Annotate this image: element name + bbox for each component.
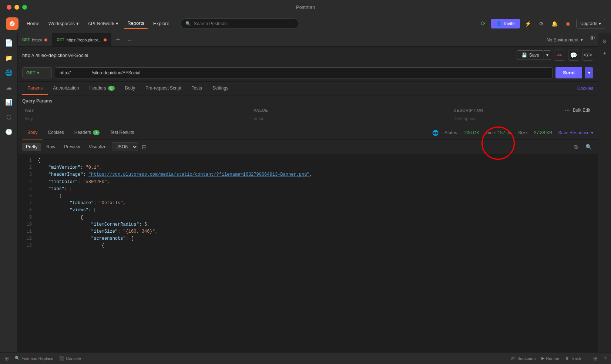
sidebar-history-icon[interactable]: 🕐 [2,125,16,138]
trash-label: Trash [571,356,581,361]
right-sidebar-gear-icon[interactable]: ⚙ [600,36,610,47]
sidebar-new-icon[interactable]: 📄 [2,36,16,50]
svg-point-0 [10,21,14,26]
runner-button[interactable]: ▶ Runner [541,356,559,361]
environment-eye-icon[interactable]: 👁 [587,33,598,44]
help-button[interactable]: ? [604,355,607,361]
tab-body[interactable]: Body [120,82,140,95]
value-input[interactable] [254,116,447,121]
tab-pre-request-script[interactable]: Pre-request Script [140,82,187,95]
search-response-button[interactable]: 🔍 [584,142,593,152]
maximize-button[interactable] [22,5,27,10]
params-more-icon[interactable]: ··· [565,107,570,113]
resp-tab-cookies[interactable]: Cookies [43,126,69,139]
format-bar: Pretty Raw Preview Visualize JSON ⊟ ⧉ 🔍 [18,140,598,154]
sidebar-collections-icon[interactable]: 📁 [2,51,16,64]
json-response-body[interactable]: 1 { 2 "minVersion": "0.1", 3 "headerImag… [18,154,598,352]
tab-settings[interactable]: Settings [207,82,234,95]
send-dropdown-button[interactable]: ▾ [585,67,593,78]
method-selector[interactable]: GET ▾ [22,67,52,78]
resp-tab-test-results[interactable]: Test Results [105,126,139,139]
app-logo[interactable] [6,17,19,30]
search-bar[interactable]: 🔍 [181,18,299,29]
save-dropdown-button[interactable]: ▾ [544,50,551,60]
grid-view-button[interactable]: ⊞ [593,355,598,361]
webhook-icon[interactable]: ⚡ [523,18,533,29]
send-button[interactable]: Send [555,67,582,78]
sidebar-flows-icon[interactable]: ⬡ [2,110,16,124]
upgrade-button[interactable]: Upgrade ▾ [576,19,605,28]
format-filter-icon[interactable]: ⊟ [140,142,149,152]
code-icon-button[interactable]: </> [582,50,593,61]
format-type-selector[interactable]: JSON [112,142,138,151]
minimize-button[interactable] [14,5,19,10]
format-raw[interactable]: Raw [43,143,59,151]
sidebar-mock-icon[interactable]: ☁ [2,81,16,94]
format-pretty[interactable]: Pretty [22,143,41,151]
resp-tab-headers[interactable]: Headers 7 [69,126,105,139]
toggle-sidebar-button[interactable]: ⊞ [4,355,9,361]
search-input[interactable] [194,21,294,26]
save-button[interactable]: 💾 Save [517,50,544,60]
console-button[interactable]: ⬛ Console [59,356,81,361]
bootcamp-button[interactable]: 🎓 Bootcamp [511,356,536,361]
format-visualize[interactable]: Visualize [85,143,110,151]
tab-tests[interactable]: Tests [187,82,207,95]
find-replace-button[interactable]: 🔍 Find and Replace [15,356,53,361]
invite-button[interactable]: 👤 Invite [491,19,520,28]
headers-badge: 6 [108,86,115,91]
description-input[interactable] [453,116,590,121]
env-dropdown-icon: ▾ [581,37,583,43]
status-bar-right: 🎓 Bootcamp ▶ Runner 🗑 Trash ⊞ ? [511,355,607,362]
copy-response-button[interactable]: ⧉ [571,142,581,152]
settings-icon[interactable]: ⚙ [536,18,547,29]
cookies-link[interactable]: Cookies [577,86,593,91]
nav-reports[interactable]: Reports [124,18,148,29]
table-row [22,115,593,123]
tab-2[interactable]: GET https://repo.plutor... [52,33,111,46]
more-tabs-button[interactable]: ··· [125,33,135,46]
query-params-label: Query Params [22,98,593,104]
json-line-3: 3 "headerImage": "https://cdn.plutorepo.… [18,171,598,178]
main-layout: 📄 📁 🌐 ☁ 📊 ⬡ 🕐 GET http:// GET https://re… [0,33,611,352]
key-input[interactable] [25,116,248,121]
nav-workspaces[interactable]: Workspaces ▾ [45,18,83,28]
url-input[interactable] [55,67,553,78]
tab-params[interactable]: Params [22,82,48,95]
runner-icon: ▶ [541,356,544,361]
notification-icon[interactable]: 🔔 [550,18,560,29]
sidebar-environments-icon[interactable]: 🌐 [2,66,16,79]
status-icon[interactable]: ◉ [563,18,573,29]
sync-icon[interactable]: ⟳ [478,18,488,29]
nav-api-network[interactable]: API Network ▾ [84,18,122,28]
bulk-edit-button[interactable]: Bulk Edit [573,108,590,113]
resp-headers-badge: 7 [93,130,100,135]
save-response-button[interactable]: Save Response ▾ [558,130,593,135]
trash-button[interactable]: 🗑 Trash [565,356,581,361]
status-label: Status: [444,130,458,135]
nav-actions: ⟳ 👤 Invite ⚡ ⚙ 🔔 ◉ Upgrade ▾ [478,18,605,29]
status-value: 200 OK [464,130,480,135]
right-sidebar-magic-icon[interactable]: ✦ [600,48,610,58]
sidebar-monitor-icon[interactable]: 📊 [2,95,16,109]
breadcrumb-actions: 💾 Save ▾ ✏ 💬 </> [517,50,593,61]
format-preview[interactable]: Preview [60,143,84,151]
close-button[interactable] [7,5,11,10]
tab-1-modified-dot [44,38,47,41]
response-section: Body Cookies Headers 7 Test Results 🌐 St… [18,126,598,352]
nav-explore[interactable]: Explore [150,18,173,28]
resp-tab-body[interactable]: Body [22,126,43,139]
tab-headers[interactable]: Headers 6 [84,82,120,95]
tab-1[interactable]: GET http:// [18,33,52,46]
environment-selector[interactable]: No Environment ▾ [542,33,587,46]
add-tab-button[interactable]: + [111,33,125,46]
value-column-header: VALUE [251,106,450,115]
find-replace-icon: 🔍 [15,356,20,361]
tab-authorization[interactable]: Authorization [48,82,84,95]
comment-icon-button[interactable]: 💬 [568,50,579,61]
response-status-bar: 🌐 Status: 200 OK Time: 157 ms Size: 37.8… [432,130,593,136]
json-line-6: 6 { [18,193,598,200]
edit-icon-button[interactable]: ✏ [554,50,565,61]
nav-home[interactable]: Home [23,18,43,28]
tab-2-modified-dot [104,38,107,41]
